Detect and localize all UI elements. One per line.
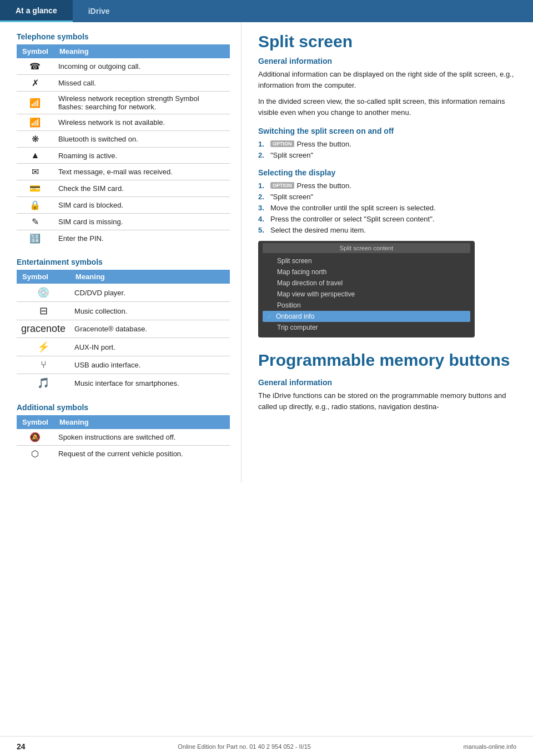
table-row: 🔢Enter the PIN. xyxy=(17,230,230,247)
split-screen-general-info-title: General information xyxy=(258,57,516,65)
selecting-steps: 1. OPTION Press the button. 2. "Split sc… xyxy=(258,182,516,234)
entertainment-table-col-symbol: Symbol xyxy=(17,270,70,284)
option-icon-2: OPTION xyxy=(270,182,294,189)
tab-at-a-glance[interactable]: At a glance xyxy=(0,0,73,22)
switching-step-2: 2. "Split screen" xyxy=(258,151,516,159)
table-row: 💳Check the SIM card. xyxy=(17,180,230,197)
table-row: 🎵Music interface for smartphones. xyxy=(17,374,230,392)
entertainment-table-col-meaning: Meaning xyxy=(70,270,230,284)
footer: 24 Online Edition for Part no. 01 40 2 9… xyxy=(0,736,533,756)
telephone-symbols-title: Telephone symbols xyxy=(17,32,230,41)
table-row: ☎Incoming or outgoing call. xyxy=(17,58,230,75)
selecting-step-5: 5. Select the desired menu item. xyxy=(258,226,516,234)
nav-bar: At a glance iDrive xyxy=(0,0,533,22)
additional-table-col-meaning: Meaning xyxy=(54,415,230,429)
switching-step-1: 1. OPTION Press the button. xyxy=(258,140,516,148)
telephone-table-col-meaning: Meaning xyxy=(54,44,230,58)
split-screen-heading: Split screen xyxy=(258,32,516,51)
left-column: Telephone symbols Symbol Meaning ☎Incomi… xyxy=(0,22,242,483)
table-row: ⑂USB audio interface. xyxy=(17,356,230,374)
selecting-step-1: 1. OPTION Press the button. xyxy=(258,182,516,190)
table-row: ❋Bluetooth is switched on. xyxy=(17,131,230,148)
split-screen-menu-item[interactable]: Map direction of travel xyxy=(263,278,470,289)
selecting-step-3: 3. Move the controller until the split s… xyxy=(258,204,516,212)
switching-title: Switching the split screen on and off xyxy=(258,127,516,135)
table-row: ▲Roaming is active. xyxy=(17,148,230,164)
additional-symbols-table: Symbol Meaning 🔕Spoken instructions are … xyxy=(17,415,230,462)
telephone-table-col-symbol: Symbol xyxy=(17,44,54,58)
table-row: ⚡AUX-IN port. xyxy=(17,338,230,356)
main-content: Telephone symbols Symbol Meaning ☎Incomi… xyxy=(0,22,533,483)
split-screen-menu-item[interactable]: ✓ Onboard info xyxy=(263,311,470,322)
split-screen-menu-item[interactable]: Trip computer xyxy=(263,322,470,333)
selecting-title: Selecting the display xyxy=(258,168,516,177)
split-screen-para-2: In the divided screen view, the so-calle… xyxy=(258,96,516,118)
split-screen-mockup-title: Split screen content xyxy=(263,243,470,253)
switching-steps: 1. OPTION Press the button. 2. "Split sc… xyxy=(258,140,516,159)
table-row: 🔒SIM card is blocked. xyxy=(17,197,230,214)
table-row: ⊟Music collection. xyxy=(17,302,230,320)
split-screen-mockup: Split screen content Split screenMap fac… xyxy=(258,241,475,337)
option-icon-1: OPTION xyxy=(270,140,294,147)
entertainment-symbols-table: Symbol Meaning 💿CD/DVD player.⊟Music col… xyxy=(17,270,230,392)
footer-right-text: manuals-online.info xyxy=(464,743,516,750)
selecting-step-2: 2. "Split screen" xyxy=(258,193,516,201)
additional-symbols-title: Additional symbols xyxy=(17,403,230,412)
split-screen-menu-item[interactable]: Split screen xyxy=(263,255,470,266)
table-row: 📶Wireless network is not available. xyxy=(17,114,230,131)
table-row: ✉Text message, e-mail was received. xyxy=(17,164,230,180)
table-row: ✗Missed call. xyxy=(17,75,230,92)
split-screen-menu-item[interactable]: Map view with perspective xyxy=(263,289,470,300)
table-row: gracenoteGracenote® database. xyxy=(17,320,230,338)
selecting-step-4: 4. Press the controller or select "Split… xyxy=(258,215,516,223)
split-screen-menu-item[interactable]: Map facing north xyxy=(263,266,470,278)
prog-memory-heading: Programmable memory buttons xyxy=(258,351,516,369)
prog-memory-para: The iDrive functions can be stored on th… xyxy=(258,390,516,412)
tab-idrive[interactable]: iDrive xyxy=(73,0,125,22)
additional-table-col-symbol: Symbol xyxy=(17,415,54,429)
table-row: 📶Wireless network reception strength Sym… xyxy=(17,92,230,114)
split-screen-items: Split screenMap facing northMap directio… xyxy=(263,255,470,333)
split-screen-para-1: Additional information can be displayed … xyxy=(258,69,516,90)
table-row: 💿CD/DVD player. xyxy=(17,284,230,302)
split-screen-menu-item[interactable]: Position xyxy=(263,300,470,311)
right-column: Split screen General information Additio… xyxy=(242,22,533,483)
page-number: 24 xyxy=(17,742,26,751)
prog-memory-general-info-title: General information xyxy=(258,378,516,387)
telephone-symbols-table: Symbol Meaning ☎Incoming or outgoing cal… xyxy=(17,44,230,246)
footer-text: Online Edition for Part no. 01 40 2 954 … xyxy=(178,743,311,750)
table-row: 🔕Spoken instructions are switched off. xyxy=(17,429,230,446)
table-row: ✎SIM card is missing. xyxy=(17,214,230,230)
entertainment-symbols-title: Entertainment symbols xyxy=(17,258,230,266)
table-row: ⬡Request of the current vehicle position… xyxy=(17,446,230,462)
